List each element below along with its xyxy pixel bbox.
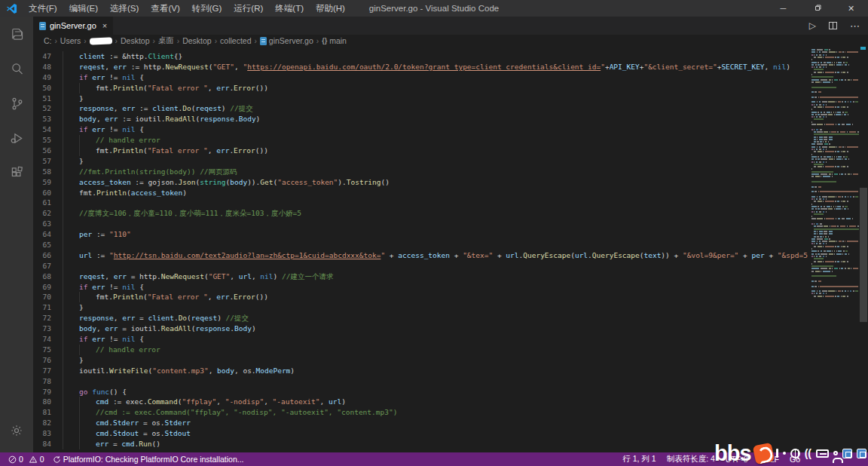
- code-editor[interactable]: 47client := &http.Client{}48reqest, err …: [33, 47, 868, 452]
- scrollbar-thumb[interactable]: [860, 188, 867, 322]
- code-text: cmd.Stderr = os.Stderr: [96, 418, 191, 428]
- menu-item-1[interactable]: 编辑(E): [63, 0, 104, 17]
- status-item-0[interactable]: 行 1, 列 1: [622, 454, 656, 464]
- breadcrumb-item-0[interactable]: C:: [44, 36, 52, 45]
- line-number: 79: [33, 387, 51, 397]
- split-editor-button[interactable]: [829, 22, 837, 29]
- code-text: client := &http.Client{}: [79, 51, 182, 62]
- breadcrumb-item-7[interactable]: ginServer.go: [260, 36, 313, 45]
- breadcrumb-item-2[interactable]: [90, 38, 112, 44]
- indent-guide: [63, 156, 63, 167]
- breadcrumb-item-1[interactable]: Users: [60, 36, 81, 45]
- code-line-49[interactable]: 49if err != nil {: [33, 72, 808, 83]
- code-line-64[interactable]: 64per := "110": [33, 229, 808, 240]
- line-number: 58: [33, 167, 51, 177]
- close-window-button[interactable]: ✕: [834, 0, 868, 17]
- tab-bar: ginServer.go ×: [33, 17, 868, 35]
- code-line-81[interactable]: 81//cmd := exec.Command("ffplay", "-nodi…: [33, 407, 808, 418]
- editor-scrollbar[interactable]: [859, 47, 868, 452]
- code-line-80[interactable]: 80cmd := exec.Command("ffplay", "-nodisp…: [33, 397, 808, 407]
- minimize-button[interactable]: ─: [766, 0, 800, 17]
- vscode-window: 文件(F)编辑(E)选择(S)查看(V)转到(G)运行(R)终端(T)帮助(H)…: [0, 0, 868, 466]
- menu-bar: 文件(F)编辑(E)选择(S)查看(V)转到(G)运行(R)终端(T)帮助(H): [23, 0, 351, 17]
- code-line-62[interactable]: 62//度博文=106，度小童=110，度小萌=111，度米朵=103，度小娇=…: [33, 208, 808, 219]
- breadcrumb-item-4[interactable]: 桌面: [158, 35, 174, 46]
- breadcrumb-item-6[interactable]: collected: [220, 36, 251, 45]
- menu-item-3[interactable]: 查看(V): [145, 0, 185, 17]
- code-line-84[interactable]: 84err = cmd.Run(): [33, 439, 808, 449]
- line-number: 68: [33, 271, 51, 282]
- menu-item-5[interactable]: 运行(R): [228, 0, 269, 17]
- code-line-70[interactable]: 70fmt.Println("Fatal error ", err.Error(…: [33, 292, 808, 302]
- code-line-77[interactable]: 77ioutil.WriteFile("content.mp3", body, …: [33, 366, 808, 376]
- code-line-83[interactable]: 83cmd.Stdout = os.Stdout: [33, 428, 808, 439]
- platformio-status[interactable]: PlatformIO: Checking PlatformIO Core ins…: [50, 455, 246, 464]
- code-line-78[interactable]: 78: [33, 376, 808, 387]
- menu-item-6[interactable]: 终端(T): [269, 0, 310, 17]
- status-item-3[interactable]: CRLF: [759, 455, 779, 464]
- indent-guide: [79, 146, 80, 156]
- code-line-47[interactable]: 47client := &http.Client{}: [33, 51, 808, 62]
- run-debug-icon[interactable]: [0, 121, 33, 155]
- code-line-50[interactable]: 50fmt.Println("Fatal error ", err.Error(…: [33, 83, 808, 94]
- run-code-button[interactable]: ▷: [809, 20, 816, 31]
- code-line-51[interactable]: 51}: [33, 94, 808, 104]
- indent-guide: [79, 135, 80, 146]
- menu-item-2[interactable]: 选择(S): [104, 0, 145, 17]
- restore-button[interactable]: [800, 0, 834, 17]
- code-line-75[interactable]: 75// handle error: [33, 345, 808, 355]
- breadcrumb-item-5[interactable]: Desktop: [182, 36, 212, 45]
- code-line-68[interactable]: 68reqest, err = http.NewRequest("GET", u…: [33, 271, 808, 282]
- indent-guide: [63, 366, 63, 376]
- code-line-48[interactable]: 48reqest, err := http.NewRequest("GET", …: [33, 62, 808, 72]
- indent-guide: [63, 302, 63, 313]
- code-line-71[interactable]: 71}: [33, 302, 808, 313]
- line-number: 60: [33, 188, 51, 198]
- code-line-56[interactable]: 56fmt.Println("Fatal error ", err.Error(…: [33, 146, 808, 156]
- extensions-icon[interactable]: [0, 155, 33, 190]
- code-line-65[interactable]: 65: [33, 240, 808, 250]
- menu-item-4[interactable]: 转到(G): [186, 0, 228, 17]
- code-line-73[interactable]: 73body, err = ioutil.ReadAll(response.Bo…: [33, 323, 808, 334]
- breadcrumb-item-8[interactable]: {}main: [322, 36, 347, 45]
- tab-ginserver-go[interactable]: ginServer.go ×: [33, 17, 113, 35]
- code-line-66[interactable]: 66url := "http://tsn.baidu.com/text2audi…: [33, 250, 808, 261]
- menu-item-0[interactable]: 文件(F): [23, 0, 63, 17]
- code-line-54[interactable]: 54if err != nil {: [33, 124, 808, 135]
- status-item-2[interactable]: UTF-8: [726, 455, 748, 464]
- vscode-logo-icon[interactable]: [0, 0, 23, 17]
- code-line-76[interactable]: 76}: [33, 355, 808, 366]
- code-line-63[interactable]: 63: [33, 219, 808, 229]
- tab-label: ginServer.go: [50, 21, 96, 30]
- code-line-58[interactable]: 58//fmt.Println(string(body)) //网页源码: [33, 167, 808, 177]
- code-line-52[interactable]: 52response, err := client.Do(reqest) //提…: [33, 103, 808, 114]
- code-line-55[interactable]: 55// handle error: [33, 135, 808, 146]
- line-number: 53: [33, 114, 51, 124]
- status-item-1[interactable]: 制表符长度: 4: [667, 454, 715, 464]
- line-number: 77: [33, 366, 51, 376]
- code-line-57[interactable]: 57}: [33, 156, 808, 167]
- code-line-60[interactable]: 60fmt.Println(access_token): [33, 188, 808, 198]
- source-control-icon[interactable]: [0, 86, 33, 121]
- status-item-4[interactable]: Go: [790, 455, 800, 464]
- indent-guide: [63, 345, 63, 355]
- code-line-61[interactable]: 61: [33, 198, 808, 208]
- code-line-82[interactable]: 82cmd.Stderr = os.Stderr: [33, 418, 808, 428]
- more-actions-button[interactable]: ⋯: [850, 20, 860, 32]
- problems-indicator[interactable]: 0 0: [6, 455, 47, 464]
- code-line-74[interactable]: 74if err != nil {: [33, 334, 808, 345]
- code-line-69[interactable]: 69if err != nil {: [33, 282, 808, 293]
- code-line-67[interactable]: 67: [33, 261, 808, 271]
- explorer-icon[interactable]: [0, 17, 33, 51]
- tab-close-icon[interactable]: ×: [102, 21, 107, 30]
- code-line-79[interactable]: 79go func() {: [33, 387, 808, 397]
- breadcrumb-item-3[interactable]: Desktop: [121, 36, 150, 45]
- settings-gear-icon[interactable]: [0, 413, 33, 448]
- code-line-72[interactable]: 72response, err = client.Do(reqest) //提交: [33, 313, 808, 323]
- code-line-59[interactable]: 59access_token := gojson.Json(string(bod…: [33, 177, 808, 188]
- minimap[interactable]: [808, 47, 859, 452]
- indent-guide: [79, 345, 80, 355]
- code-line-53[interactable]: 53body, err := ioutil.ReadAll(response.B…: [33, 114, 808, 124]
- menu-item-7[interactable]: 帮助(H): [310, 0, 351, 17]
- search-icon[interactable]: [0, 51, 33, 86]
